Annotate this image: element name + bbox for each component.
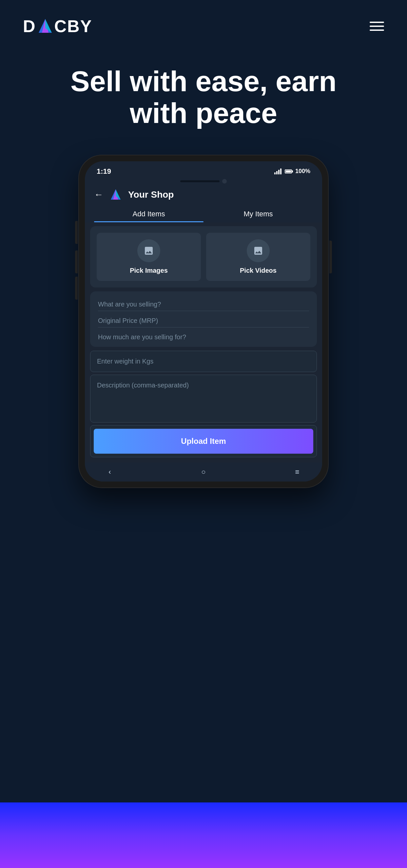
video-icon-circle bbox=[247, 239, 270, 262]
nav-back-button[interactable]: ‹ bbox=[104, 468, 115, 476]
hero-section: Sell with ease, earn with peace bbox=[44, 66, 363, 129]
back-button[interactable]: ← bbox=[94, 189, 103, 200]
upload-item-button[interactable]: Upload Item bbox=[94, 429, 313, 454]
header: D CBY bbox=[0, 0, 407, 46]
selling-what-input[interactable] bbox=[98, 301, 309, 308]
app-logo-icon bbox=[110, 189, 122, 200]
description-field bbox=[90, 375, 317, 423]
battery-icon bbox=[285, 169, 292, 174]
status-time: 1:19 bbox=[97, 167, 111, 176]
phone-shell: 1:19 100% ← bbox=[79, 155, 328, 488]
form-underlined-fields bbox=[90, 291, 317, 347]
app-header: ← Your Shop bbox=[85, 184, 322, 200]
selling-price-field bbox=[98, 328, 309, 344]
media-picker-section: Pick Images Pick Videos bbox=[90, 226, 317, 287]
selling-what-field bbox=[98, 295, 309, 311]
original-price-field bbox=[98, 311, 309, 328]
weight-input[interactable] bbox=[97, 358, 310, 365]
logo: D CBY bbox=[23, 17, 92, 36]
upload-section: Upload Item bbox=[90, 425, 317, 457]
tabs-bar: Add Items My Items bbox=[85, 200, 322, 222]
original-price-input[interactable] bbox=[98, 317, 309, 324]
signal-icon bbox=[274, 168, 281, 175]
video-icon bbox=[253, 246, 263, 256]
pick-images-button[interactable]: Pick Images bbox=[97, 233, 201, 281]
image-icon-circle bbox=[137, 239, 160, 262]
bottom-gradient-area bbox=[0, 802, 407, 868]
pick-images-label: Pick Images bbox=[130, 267, 168, 274]
camera-dot bbox=[222, 179, 227, 184]
logo-text: D CBY bbox=[23, 17, 92, 36]
selling-price-input[interactable] bbox=[98, 333, 309, 341]
image-icon bbox=[144, 246, 154, 256]
phone-mockup: 1:19 100% ← bbox=[79, 155, 328, 809]
nav-home-button[interactable]: ○ bbox=[198, 468, 209, 476]
nav-recents-button[interactable]: ≡ bbox=[292, 468, 303, 476]
weight-field bbox=[90, 351, 317, 372]
notch-area bbox=[85, 178, 322, 184]
tab-add-items[interactable]: Add Items bbox=[94, 206, 204, 222]
battery-percent: 100% bbox=[295, 168, 310, 175]
app-title: Your Shop bbox=[128, 189, 174, 200]
hamburger-menu-button[interactable] bbox=[370, 22, 384, 31]
hero-headline: Sell with ease, earn with peace bbox=[70, 66, 337, 129]
pick-videos-button[interactable]: Pick Videos bbox=[206, 233, 310, 281]
logo-triangle-icon bbox=[37, 18, 53, 34]
status-icons: 100% bbox=[274, 168, 310, 175]
pick-videos-label: Pick Videos bbox=[240, 267, 277, 274]
pill-notch bbox=[180, 180, 220, 182]
tab-my-items[interactable]: My Items bbox=[204, 206, 313, 222]
description-input[interactable] bbox=[97, 381, 310, 414]
android-nav-bar: ‹ ○ ≡ bbox=[85, 463, 322, 482]
status-bar: 1:19 100% bbox=[85, 161, 322, 178]
phone-screen: 1:19 100% ← bbox=[85, 161, 322, 482]
